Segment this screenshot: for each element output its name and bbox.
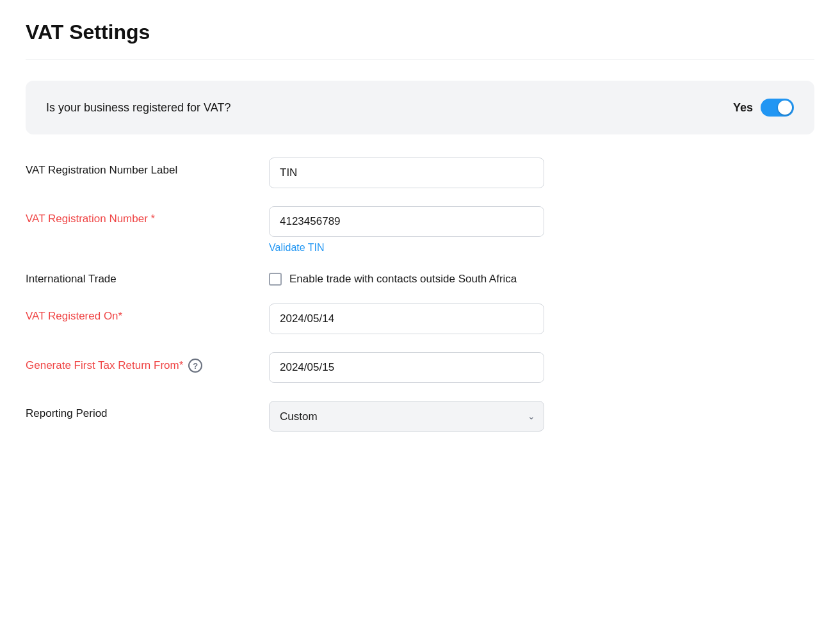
page-title: VAT Settings — [26, 20, 814, 44]
vat-number-label-label: VAT Registration Number Label — [26, 158, 243, 177]
toggle-yes-label: Yes — [733, 101, 753, 115]
reporting-period-select[interactable]: Custom Monthly Bi-Monthly Quarterly Annu… — [269, 401, 544, 432]
international-trade-label: International Trade — [26, 266, 243, 286]
vat-number-input[interactable] — [269, 206, 544, 237]
international-trade-checkbox-label: Enable trade with contacts outside South… — [289, 273, 517, 286]
vat-registered-on-row: VAT Registered On* — [26, 303, 814, 334]
international-trade-checkbox-group: Enable trade with contacts outside South… — [269, 266, 653, 286]
divider — [26, 60, 814, 60]
vat-toggle-label: Is your business registered for VAT? — [46, 101, 707, 115]
reporting-period-label: Reporting Period — [26, 401, 243, 420]
vat-number-row: VAT Registration Number * — [26, 206, 814, 237]
vat-registered-card: Is your business registered for VAT? Yes — [26, 81, 814, 134]
international-trade-row: International Trade Enable trade with co… — [26, 266, 814, 286]
vat-number-label-input[interactable] — [269, 158, 544, 188]
generate-first-tax-label: Generate First Tax Return From* — [26, 359, 183, 372]
vat-number-label: VAT Registration Number * — [26, 206, 243, 225]
generate-first-tax-row: Generate First Tax Return From* ? — [26, 352, 814, 383]
generate-first-tax-label-group: Generate First Tax Return From* ? — [26, 352, 243, 373]
validate-tin-link[interactable]: Validate TIN — [269, 242, 325, 253]
international-trade-checkbox[interactable] — [269, 273, 282, 286]
generate-first-tax-help-icon[interactable]: ? — [188, 359, 202, 373]
toggle-group: Yes — [733, 99, 794, 117]
vat-number-label-row: VAT Registration Number Label — [26, 158, 814, 188]
reporting-period-row: Reporting Period Custom Monthly Bi-Month… — [26, 401, 814, 432]
generate-first-tax-input[interactable] — [269, 352, 544, 383]
vat-registered-on-input[interactable] — [269, 303, 544, 334]
toggle-thumb — [778, 101, 792, 115]
vat-registered-on-label: VAT Registered On* — [26, 303, 243, 323]
reporting-period-select-wrapper: Custom Monthly Bi-Monthly Quarterly Annu… — [269, 401, 544, 432]
vat-toggle[interactable] — [761, 99, 794, 117]
